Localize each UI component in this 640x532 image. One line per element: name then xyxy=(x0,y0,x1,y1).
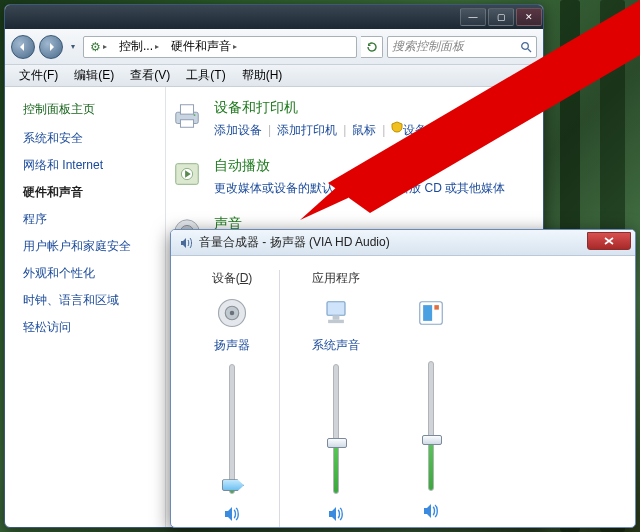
mixer-channel: 设备(D)扬声器 xyxy=(185,270,280,527)
volume-slider[interactable] xyxy=(428,361,434,491)
slider-thumb[interactable] xyxy=(422,435,442,445)
address-bar: ▾ ⚙ ▸ 控制... ▸ 硬件和声音 ▸ 搜索控制面板 xyxy=(5,29,543,65)
chevron-right-icon: ▸ xyxy=(233,42,237,51)
chevron-right-icon: ▸ xyxy=(103,42,107,51)
task-link[interactable]: 更改媒体或设备的默认设置 xyxy=(214,179,358,197)
channel-icon[interactable] xyxy=(413,295,449,331)
separator: | xyxy=(364,179,367,197)
separator: | xyxy=(268,121,271,139)
sidebar-header[interactable]: 控制面板主页 xyxy=(23,101,155,118)
volume-mixer-window: 音量合成器 - 扬声器 (VIA HD Audio) 设备(D)扬声器应用程序系… xyxy=(170,229,636,528)
breadcrumb-root[interactable]: ⚙ ▸ xyxy=(84,37,113,57)
channel-icon[interactable] xyxy=(214,295,250,331)
breadcrumb-label: 控制... xyxy=(119,38,153,55)
shield-icon xyxy=(391,121,403,133)
channel-label[interactable]: 系统声音 xyxy=(312,337,360,354)
svg-point-0 xyxy=(522,42,529,49)
breadcrumb-label: 硬件和声音 xyxy=(171,38,231,55)
close-button[interactable] xyxy=(587,232,631,250)
printer-icon xyxy=(170,99,204,133)
search-icon xyxy=(520,41,532,53)
nav-history-dropdown[interactable]: ▾ xyxy=(67,35,79,59)
maximize-button[interactable]: ▢ xyxy=(488,8,514,26)
desktop-background: — ▢ ✕ ▾ ⚙ ▸ 控制... ▸ 硬件和 xyxy=(0,0,640,532)
autoplay-icon xyxy=(170,157,204,191)
svg-line-1 xyxy=(528,49,531,52)
svg-point-13 xyxy=(230,311,235,316)
nav-back-button[interactable] xyxy=(11,35,35,59)
vm-body: 设备(D)扬声器应用程序系统声音 xyxy=(171,256,635,527)
svg-rect-4 xyxy=(180,120,193,128)
task-link[interactable]: 设备管理器 xyxy=(403,121,463,139)
sidebar-item[interactable]: 程序 xyxy=(23,211,155,228)
slider-thumb[interactable] xyxy=(327,438,347,448)
search-placeholder: 搜索控制面板 xyxy=(392,38,464,55)
category-title[interactable]: 设备和打印机 xyxy=(214,99,533,117)
task-link[interactable]: 添加打印机 xyxy=(277,121,337,139)
sidebar-item[interactable]: 时钟、语言和区域 xyxy=(23,292,155,309)
speaker-icon xyxy=(179,236,193,250)
breadcrumb-seg[interactable]: 硬件和声音 ▸ xyxy=(165,37,243,57)
volume-slider[interactable] xyxy=(229,364,235,494)
sidebar-item[interactable]: 系统和安全 xyxy=(23,130,155,147)
category-autoplay: 自动播放 更改媒体或设备的默认设置| 自动播放 CD 或其他媒体 xyxy=(170,157,533,197)
window-title: 音量合成器 - 扬声器 (VIA HD Audio) xyxy=(199,234,581,251)
volume-slider[interactable] xyxy=(333,364,339,494)
vm-titlebar: 音量合成器 - 扬声器 (VIA HD Audio) xyxy=(171,230,635,256)
close-icon xyxy=(604,237,614,245)
task-link[interactable]: 添加设备 xyxy=(214,121,262,139)
sidebar-item[interactable]: 网络和 Internet xyxy=(23,157,155,174)
svg-rect-14 xyxy=(327,302,345,316)
svg-rect-3 xyxy=(180,105,193,114)
chevron-right-icon: ▸ xyxy=(155,42,159,51)
sidebar-item-current[interactable]: 硬件和声音 xyxy=(23,184,155,201)
svg-rect-15 xyxy=(332,315,339,320)
mute-button[interactable] xyxy=(326,504,346,524)
mute-button[interactable] xyxy=(222,504,242,524)
task-link[interactable]: 鼠标 xyxy=(352,121,376,139)
menu-bar: 文件(F) 编辑(E) 查看(V) 工具(T) 帮助(H) xyxy=(5,65,543,87)
category-title[interactable]: 自动播放 xyxy=(214,157,533,175)
minimize-button[interactable]: — xyxy=(460,8,486,26)
separator: | xyxy=(382,121,385,139)
svg-rect-18 xyxy=(423,305,432,321)
task-link[interactable]: 自动播放 CD 或其他媒体 xyxy=(373,179,505,197)
separator: | xyxy=(343,121,346,139)
sidebar-item[interactable]: 外观和个性化 xyxy=(23,265,155,282)
mute-button[interactable] xyxy=(421,501,441,521)
menu-edit[interactable]: 编辑(E) xyxy=(66,65,122,86)
breadcrumb-seg[interactable]: 控制... ▸ xyxy=(113,37,165,57)
mixer-channel: 应用程序系统声音 xyxy=(288,270,383,527)
cp-titlebar: — ▢ ✕ xyxy=(5,5,543,29)
cp-sidebar: 控制面板主页 系统和安全 网络和 Internet 硬件和声音 程序 用户帐户和… xyxy=(5,87,165,527)
nav-forward-button[interactable] xyxy=(39,35,63,59)
sidebar-item[interactable]: 轻松访问 xyxy=(23,319,155,336)
control-panel-icon: ⚙ xyxy=(90,40,101,54)
menu-tools[interactable]: 工具(T) xyxy=(178,65,233,86)
svg-rect-16 xyxy=(328,320,344,323)
section-label: 设备(D) xyxy=(212,270,253,285)
svg-rect-19 xyxy=(434,305,439,310)
search-input[interactable]: 搜索控制面板 xyxy=(387,36,537,58)
menu-file[interactable]: 文件(F) xyxy=(11,65,66,86)
channel-label[interactable] xyxy=(429,337,432,351)
close-button[interactable]: ✕ xyxy=(516,8,542,26)
menu-help[interactable]: 帮助(H) xyxy=(234,65,291,86)
section-label: 应用程序 xyxy=(312,270,360,285)
channel-label[interactable]: 扬声器 xyxy=(214,337,250,354)
category-devices-printers: 设备和打印机 添加设备| 添加打印机| 鼠标| 设备管理器 xyxy=(170,99,533,139)
svg-point-5 xyxy=(194,114,196,116)
refresh-button[interactable] xyxy=(361,36,383,58)
sidebar-item[interactable]: 用户帐户和家庭安全 xyxy=(23,238,155,255)
menu-view[interactable]: 查看(V) xyxy=(122,65,178,86)
slider-thumb[interactable] xyxy=(222,479,244,491)
breadcrumb[interactable]: ⚙ ▸ 控制... ▸ 硬件和声音 ▸ xyxy=(83,36,357,58)
channel-icon[interactable] xyxy=(318,295,354,331)
mixer-channel xyxy=(383,270,478,527)
